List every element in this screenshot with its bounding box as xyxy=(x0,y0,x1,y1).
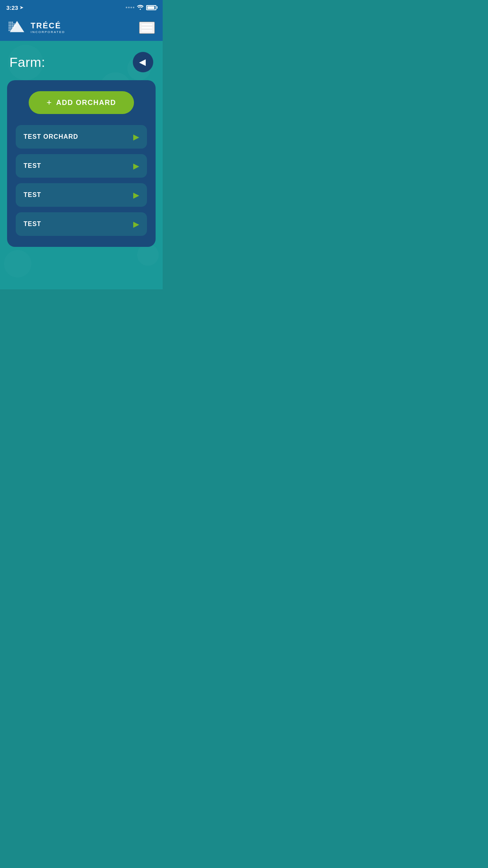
svg-point-17 xyxy=(10,28,11,29)
play-icon-1: ▶ xyxy=(133,161,139,171)
signal-dot-3 xyxy=(130,7,132,8)
orchard-item-3[interactable]: TEST ▶ xyxy=(16,212,147,236)
back-arrow-icon: ◀ xyxy=(139,58,146,66)
signal-dot-2 xyxy=(128,7,130,8)
add-orchard-label: ADD ORCHARD xyxy=(56,99,116,107)
orchard-list: TEST ORCHARD ▶ TEST ▶ TEST ▶ TEST ▶ xyxy=(16,125,147,236)
signal-dot-1 xyxy=(126,7,127,8)
battery-fill xyxy=(147,6,154,9)
add-orchard-button[interactable]: + ADD ORCHARD xyxy=(29,91,134,114)
svg-point-2 xyxy=(12,22,13,23)
orchard-name-3: TEST xyxy=(24,221,41,228)
bg-circle-6 xyxy=(4,250,31,278)
logo-image xyxy=(8,20,28,35)
svg-point-8 xyxy=(10,25,11,26)
orchard-name-0: TEST ORCHARD xyxy=(24,133,78,140)
svg-point-7 xyxy=(9,25,10,26)
orchard-name-1: TEST xyxy=(24,162,41,169)
main-content: Farm: ◀ + ADD ORCHARD TEST ORCHARD ▶ TES… xyxy=(0,41,163,289)
svg-point-12 xyxy=(9,27,10,28)
logo-text-block: TRÉCÉ INCORPORATED xyxy=(31,21,65,34)
svg-point-3 xyxy=(9,23,10,24)
orchard-name-2: TEST xyxy=(24,191,41,199)
signal-dot-4 xyxy=(133,7,134,8)
orchard-item-0[interactable]: TEST ORCHARD ▶ xyxy=(16,125,147,149)
bg-circle-7 xyxy=(137,244,159,266)
location-icon: ➤ xyxy=(20,5,23,10)
svg-point-0 xyxy=(9,22,10,23)
back-button[interactable]: ◀ xyxy=(133,52,153,72)
play-icon-2: ▶ xyxy=(133,190,139,200)
status-right xyxy=(126,4,156,11)
play-icon-3: ▶ xyxy=(133,219,139,229)
logo-text: TRÉCÉ xyxy=(31,21,61,30)
orchard-item-2[interactable]: TEST ▶ xyxy=(16,183,147,207)
hamburger-line-1 xyxy=(141,24,152,25)
hamburger-line-3 xyxy=(141,30,152,31)
battery-icon xyxy=(146,5,156,10)
farm-label: Farm: xyxy=(9,55,45,70)
orchard-item-1[interactable]: TEST ▶ xyxy=(16,154,147,178)
orchard-card: + ADD ORCHARD TEST ORCHARD ▶ TEST ▶ TEST… xyxy=(7,80,156,247)
wifi-icon xyxy=(137,4,144,11)
svg-point-13 xyxy=(10,27,11,28)
logo-subtext: INCORPORATED xyxy=(31,30,65,34)
play-icon-0: ▶ xyxy=(133,132,139,142)
menu-button[interactable] xyxy=(139,22,155,34)
hamburger-line-2 xyxy=(141,27,152,28)
plus-icon: + xyxy=(47,97,52,108)
svg-point-1 xyxy=(10,22,11,23)
svg-point-19 xyxy=(9,30,10,31)
farm-section: Farm: ◀ xyxy=(0,41,163,80)
header: TRÉCÉ INCORPORATED xyxy=(0,14,163,41)
svg-point-6 xyxy=(13,23,15,24)
signal-dots xyxy=(126,7,134,8)
status-bar: 3:23 ➤ xyxy=(0,0,163,14)
status-time: 3:23 ➤ xyxy=(6,4,23,11)
svg-point-9 xyxy=(12,25,13,26)
logo: TRÉCÉ INCORPORATED xyxy=(8,20,65,35)
svg-point-4 xyxy=(10,23,11,24)
svg-point-16 xyxy=(9,28,10,29)
time-display: 3:23 xyxy=(6,4,18,11)
svg-point-5 xyxy=(12,23,13,24)
